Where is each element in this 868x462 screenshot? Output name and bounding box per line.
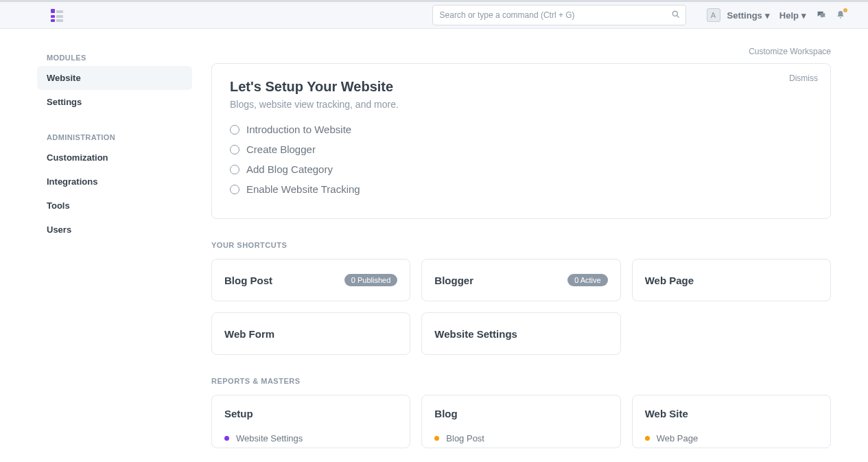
report-card-web-site: Web SiteWeb Page bbox=[632, 395, 831, 448]
sidebar: MODULESWebsiteSettingsADMINISTRATIONCust… bbox=[37, 29, 192, 462]
report-title: Setup bbox=[224, 408, 397, 419]
step-label: Create Blogger bbox=[246, 143, 316, 155]
setup-step[interactable]: Create Blogger bbox=[230, 143, 812, 155]
report-item-label: Website Settings bbox=[236, 433, 303, 443]
svg-rect-5 bbox=[56, 19, 63, 22]
unchecked-circle-icon bbox=[230, 125, 239, 135]
unchecked-circle-icon bbox=[230, 185, 239, 194]
bullet-icon bbox=[224, 436, 229, 441]
shortcut-label: Blogger bbox=[434, 275, 473, 286]
step-label: Introduction to Website bbox=[246, 124, 351, 135]
search-wrap bbox=[432, 5, 686, 25]
status-badge: 0 Published bbox=[344, 274, 398, 286]
status-badge: 0 Active bbox=[567, 274, 608, 286]
app-logo[interactable] bbox=[49, 7, 66, 23]
report-card-blog: BlogBlog Post bbox=[421, 395, 620, 448]
settings-label: Settings bbox=[727, 10, 762, 21]
svg-rect-1 bbox=[56, 10, 63, 13]
svg-rect-4 bbox=[51, 19, 55, 22]
report-item-label: Blog Post bbox=[446, 433, 484, 443]
svg-point-6 bbox=[672, 11, 677, 16]
sidebar-item-website[interactable]: Website bbox=[37, 66, 192, 90]
shortcut-card-blog-post[interactable]: Blog Post0 Published bbox=[211, 259, 410, 301]
unchecked-circle-icon bbox=[230, 145, 239, 154]
unchecked-circle-icon bbox=[230, 165, 239, 174]
navbar: A Settings▾ Help▾ bbox=[0, 0, 868, 29]
bullet-icon bbox=[434, 436, 439, 441]
avatar[interactable]: A bbox=[707, 8, 720, 22]
shortcut-card-web-form[interactable]: Web Form bbox=[211, 312, 410, 355]
sidebar-item-tools[interactable]: Tools bbox=[37, 194, 192, 218]
sidebar-item-users[interactable]: Users bbox=[37, 218, 192, 242]
svg-rect-2 bbox=[51, 15, 55, 18]
report-item[interactable]: Web Page bbox=[645, 429, 818, 448]
help-label: Help bbox=[779, 10, 799, 21]
sidebar-section-title: MODULES bbox=[37, 49, 192, 66]
setup-subtitle: Blogs, website view tracking, and more. bbox=[230, 99, 812, 110]
report-title: Blog bbox=[434, 408, 607, 419]
setup-step[interactable]: Enable Website Tracking bbox=[230, 183, 812, 195]
notification-dot bbox=[843, 8, 847, 12]
shortcuts-section-title: YOUR SHORTCUTS bbox=[211, 241, 831, 249]
svg-rect-3 bbox=[56, 15, 63, 18]
help-menu[interactable]: Help▾ bbox=[779, 10, 806, 21]
setup-step[interactable]: Add Blog Category bbox=[230, 163, 812, 175]
sidebar-item-integrations[interactable]: Integrations bbox=[37, 170, 192, 194]
shortcut-card-website-settings[interactable]: Website Settings bbox=[421, 312, 620, 355]
report-item[interactable]: Blog Post bbox=[434, 429, 607, 448]
report-title: Web Site bbox=[645, 408, 818, 419]
shortcut-label: Website Settings bbox=[434, 328, 517, 340]
reports-section-title: REPORTS & MASTERS bbox=[211, 377, 831, 385]
chat-icon[interactable] bbox=[816, 10, 827, 21]
sidebar-item-settings[interactable]: Settings bbox=[37, 90, 192, 114]
shortcut-card-blogger[interactable]: Blogger0 Active bbox=[421, 259, 620, 301]
shortcut-card-web-page[interactable]: Web Page bbox=[632, 259, 831, 301]
step-label: Add Blog Category bbox=[246, 163, 333, 175]
report-item-label: Web Page bbox=[657, 433, 698, 443]
svg-line-7 bbox=[677, 16, 679, 18]
shortcut-label: Blog Post bbox=[224, 275, 272, 286]
search-icon[interactable] bbox=[671, 10, 681, 19]
customize-workspace-link[interactable]: Customize Workspace bbox=[749, 47, 831, 56]
setup-step[interactable]: Introduction to Website bbox=[230, 124, 812, 135]
setup-title: Let's Setup Your Website bbox=[230, 79, 812, 95]
shortcut-label: Web Form bbox=[224, 328, 274, 340]
dismiss-button[interactable]: Dismiss bbox=[789, 73, 818, 83]
sidebar-item-customization[interactable]: Customization bbox=[37, 146, 192, 170]
settings-menu[interactable]: Settings▾ bbox=[727, 10, 770, 21]
sidebar-section-title: ADMINISTRATION bbox=[37, 129, 192, 146]
caret-down-icon: ▾ bbox=[801, 10, 806, 21]
setup-card: Dismiss Let's Setup Your Website Blogs, … bbox=[211, 63, 831, 219]
search-input[interactable] bbox=[432, 5, 686, 25]
report-item[interactable]: Website Settings bbox=[224, 429, 397, 448]
bullet-icon bbox=[645, 436, 650, 441]
bell-icon[interactable] bbox=[835, 10, 846, 21]
caret-down-icon: ▾ bbox=[765, 10, 770, 21]
main-content: Customize Workspace Dismiss Let's Setup … bbox=[192, 29, 831, 462]
svg-rect-0 bbox=[51, 9, 55, 13]
report-card-setup: SetupWebsite Settings bbox=[211, 395, 410, 448]
shortcut-label: Web Page bbox=[645, 275, 694, 286]
step-label: Enable Website Tracking bbox=[246, 183, 360, 195]
